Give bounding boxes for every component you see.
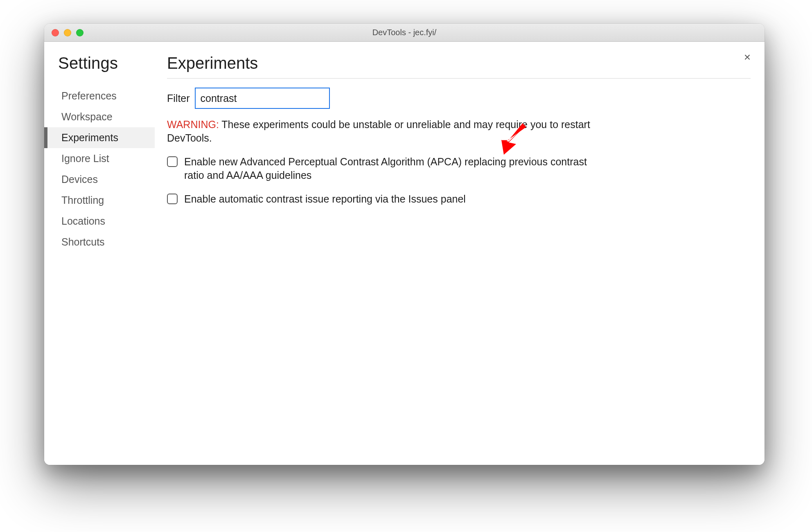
sidebar-item-shortcuts[interactable]: Shortcuts <box>44 232 155 252</box>
experiments-list: Enable new Advanced Perceptual Contrast … <box>167 155 601 206</box>
close-settings-button[interactable]: × <box>740 50 755 65</box>
sidebar-item-preferences[interactable]: Preferences <box>44 86 155 106</box>
titlebar: DevTools - jec.fyi/ <box>44 24 765 42</box>
window-minimize-button[interactable] <box>64 29 71 36</box>
sidebar-item-ignore-list[interactable]: Ignore List <box>44 148 155 169</box>
experiment-checkbox[interactable] <box>167 156 178 167</box>
warning-prefix: WARNING: <box>167 119 219 130</box>
sidebar-item-experiments[interactable]: Experiments <box>44 127 155 148</box>
experiment-label: Enable new Advanced Perceptual Contrast … <box>184 155 601 182</box>
experiments-warning: WARNING: These experiments could be unst… <box>167 118 605 144</box>
window-zoom-button[interactable] <box>76 29 83 36</box>
sidebar-item-devices[interactable]: Devices <box>44 169 155 190</box>
experiment-label: Enable automatic contrast issue reportin… <box>184 192 601 206</box>
experiment-row: Enable new Advanced Perceptual Contrast … <box>167 155 601 182</box>
settings-content: × Experiments Filter WARNING: These expe… <box>155 42 765 465</box>
sidebar-nav: Preferences Workspace Experiments Ignore… <box>44 86 155 252</box>
devtools-window: DevTools - jec.fyi/ Settings Preferences… <box>44 24 765 465</box>
experiment-row: Enable automatic contrast issue reportin… <box>167 192 601 206</box>
window-title: DevTools - jec.fyi/ <box>44 28 765 37</box>
warning-text: These experiments could be unstable or u… <box>167 119 590 144</box>
sidebar-item-locations[interactable]: Locations <box>44 211 155 232</box>
filter-row: Filter <box>167 88 752 109</box>
window-body: Settings Preferences Workspace Experimen… <box>44 42 765 465</box>
sidebar-item-workspace[interactable]: Workspace <box>44 106 155 127</box>
traffic-lights <box>52 29 83 36</box>
filter-label: Filter <box>167 92 190 104</box>
filter-input[interactable] <box>195 88 330 109</box>
settings-sidebar: Settings Preferences Workspace Experimen… <box>44 42 155 465</box>
window-close-button[interactable] <box>52 29 59 36</box>
content-title: Experiments <box>167 54 751 79</box>
experiment-checkbox[interactable] <box>167 194 178 204</box>
sidebar-item-throttling[interactable]: Throttling <box>44 190 155 211</box>
sidebar-title: Settings <box>44 54 155 75</box>
close-icon: × <box>744 51 751 64</box>
